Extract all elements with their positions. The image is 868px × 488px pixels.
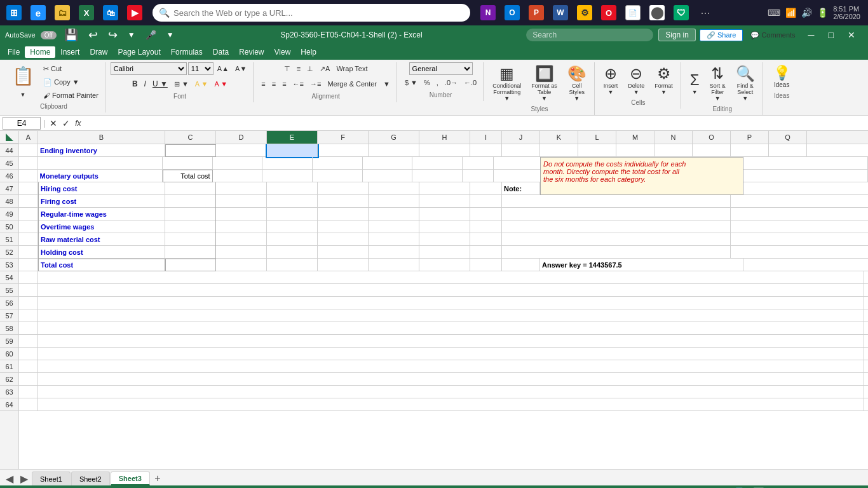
cell-m44[interactable] (616, 144, 654, 157)
cell-a52[interactable] (19, 246, 38, 259)
cell-e51[interactable] (267, 233, 318, 246)
cell-g49[interactable] (369, 208, 419, 220)
cell-a46[interactable] (19, 170, 38, 182)
percent-button[interactable]: % (421, 76, 433, 89)
cell-f46[interactable] (313, 170, 363, 182)
cell-b50[interactable]: Overtime wages (38, 220, 165, 233)
menu-formulas[interactable]: Formulas (166, 46, 208, 58)
col-header-l[interactable]: L (578, 131, 616, 144)
cell-i47[interactable] (470, 182, 502, 195)
cell-l44[interactable] (578, 144, 616, 157)
cell-g45[interactable] (363, 157, 413, 170)
cell-e50[interactable] (267, 220, 318, 233)
row-45[interactable]: 45 (0, 157, 18, 170)
cell-d50[interactable] (216, 220, 267, 233)
menu-data[interactable]: Data (208, 46, 234, 58)
wrap-text-button[interactable]: Wrap Text (334, 62, 370, 75)
underline-button[interactable]: U ▼ (150, 78, 170, 90)
minimize-button[interactable]: ─ (803, 27, 820, 43)
row-48[interactable]: 48 (0, 195, 18, 208)
cell-g46[interactable] (363, 170, 413, 182)
cell-h48[interactable] (419, 195, 470, 208)
font-size-select[interactable]: 11 (188, 62, 214, 75)
increase-indent-button[interactable]: →≡ (308, 78, 323, 90)
comments-button[interactable]: 💬 Comments (747, 30, 799, 41)
cell-i49[interactable] (470, 208, 502, 220)
cell-a64[interactable] (19, 398, 38, 411)
format-as-table-button[interactable]: 🔲 Format as Table ▼ (527, 62, 561, 104)
cell-f45[interactable] (313, 157, 363, 170)
cell-b51[interactable]: Raw material cost (38, 233, 165, 246)
currency-button[interactable]: $ ▼ (402, 76, 420, 89)
comma-button[interactable]: , (434, 76, 441, 89)
font-name-select[interactable]: Calibri (111, 62, 187, 75)
sheet-tab-1[interactable]: Sheet1 (32, 471, 71, 485)
excel-button[interactable]: X (75, 1, 98, 24)
autosave-toggle[interactable]: Off (41, 31, 57, 39)
menu-help[interactable]: Help (295, 46, 322, 58)
cell-b45[interactable] (38, 157, 163, 170)
cell-a53[interactable] (19, 259, 38, 271)
menu-draw[interactable]: Draw (85, 46, 112, 58)
cell-e52[interactable] (267, 246, 318, 259)
scroll-tabs-right[interactable]: ▶ (17, 471, 31, 485)
maximize-button[interactable]: □ (824, 27, 839, 43)
align-left-button[interactable]: ≡ (259, 78, 268, 90)
ribbon-search-input[interactable] (526, 29, 653, 41)
shield-button[interactable]: 🛡 (670, 1, 693, 24)
cell-a59[interactable] (19, 335, 38, 348)
sheet-tab-3[interactable]: Sheet3 (111, 471, 150, 485)
row-46[interactable]: 46 (0, 170, 18, 182)
sheet-tab-2[interactable]: Sheet2 (71, 471, 110, 485)
ie-button[interactable]: e (27, 1, 50, 24)
cell-f44[interactable] (318, 144, 369, 157)
cell-h50[interactable] (419, 220, 470, 233)
cell-d45[interactable] (213, 157, 263, 170)
align-right-button[interactable]: ≡ (280, 78, 288, 90)
store-button[interactable]: 🛍 (99, 1, 122, 24)
cell-c44[interactable] (165, 144, 216, 157)
cell-i44[interactable] (470, 144, 502, 157)
start-button[interactable]: ⊞ (3, 1, 25, 24)
web-search-bar[interactable]: 🔍 (153, 4, 470, 22)
cell-g52[interactable] (369, 246, 419, 259)
cell-g47[interactable] (369, 182, 419, 195)
cell-d47[interactable] (216, 182, 267, 195)
page-button[interactable]: 📄 (621, 1, 644, 24)
cell-c48[interactable] (165, 195, 216, 208)
cell-f49[interactable] (318, 208, 369, 220)
increase-decimal-button[interactable]: .0→ (442, 76, 460, 89)
cell-a50[interactable] (19, 220, 38, 233)
dictate-button[interactable]: 🎤 (143, 29, 159, 41)
cell-b53[interactable]: Total cost (38, 259, 165, 271)
cell-c45[interactable] (163, 157, 213, 170)
add-sheet-button[interactable]: ◀ (3, 471, 17, 485)
cell-a47[interactable] (19, 182, 38, 195)
cell-f47[interactable] (318, 182, 369, 195)
cell-c52[interactable] (165, 246, 216, 259)
decrease-font-button[interactable]: A▼ (233, 62, 249, 75)
outlook-button[interactable]: O (501, 1, 524, 24)
row-55[interactable]: 55 (0, 284, 18, 297)
align-top-button[interactable]: ⊤ (281, 62, 293, 75)
cell-a61[interactable] (19, 360, 38, 373)
increase-font-button[interactable]: A▲ (215, 62, 231, 75)
cell-a48[interactable] (19, 195, 38, 208)
conditional-formatting-button[interactable]: ▦ Conditional Formatting ▼ (489, 62, 525, 104)
cell-a62[interactable] (19, 373, 38, 386)
cell-e48[interactable] (267, 195, 318, 208)
number-format-select[interactable]: General (409, 62, 473, 75)
cell-a56[interactable] (19, 297, 38, 309)
row-54[interactable]: 54 (0, 271, 18, 284)
row-52[interactable]: 52 (0, 246, 18, 259)
menu-file[interactable]: File (3, 46, 25, 58)
cell-a51[interactable] (19, 233, 38, 246)
cell-n44[interactable] (654, 144, 693, 157)
cell-c46[interactable]: Total cost (163, 170, 213, 182)
col-header-k[interactable]: K (540, 131, 578, 144)
cell-f52[interactable] (318, 246, 369, 259)
cell-k44[interactable] (540, 144, 578, 157)
row-63[interactable]: 63 (0, 386, 18, 398)
row-56[interactable]: 56 (0, 297, 18, 309)
cell-a55[interactable] (19, 284, 38, 297)
